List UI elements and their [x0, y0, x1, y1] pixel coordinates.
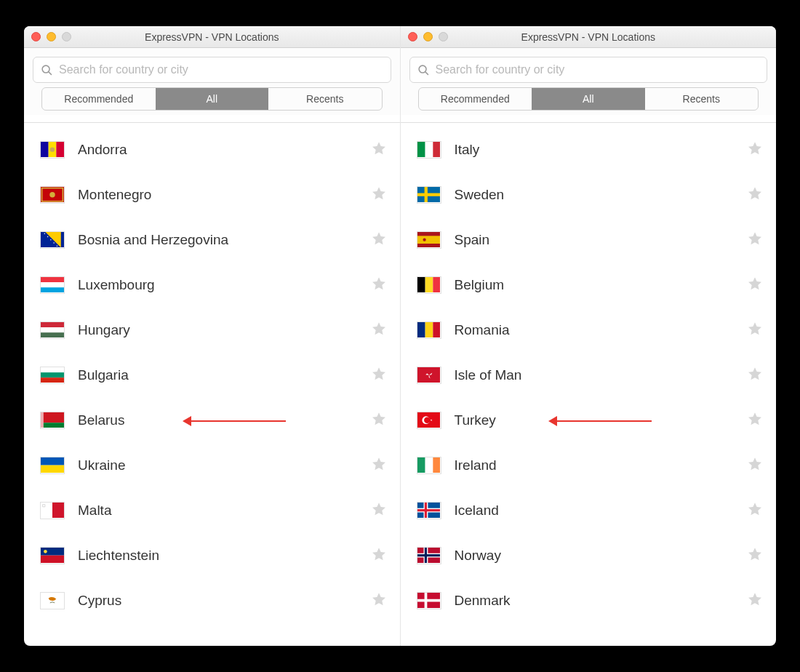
list-item[interactable]: Belarus: [24, 398, 400, 443]
favorite-star-icon[interactable]: [747, 321, 763, 340]
favorite-star-icon[interactable]: [371, 411, 387, 430]
flag-icon: [40, 276, 65, 294]
list-item[interactable]: Norway: [401, 533, 777, 578]
location-name: Romania: [455, 322, 748, 338]
list-item[interactable]: Turkey: [401, 398, 777, 443]
flag-icon: [417, 592, 441, 609]
flag-icon: [417, 367, 441, 384]
titlebar: ExpressVPN - VPN Locations: [24, 26, 400, 48]
close-icon[interactable]: [31, 32, 41, 41]
svg-rect-20: [41, 327, 64, 332]
tab-recommended[interactable]: Recommended: [419, 88, 532, 110]
svg-rect-21: [41, 332, 64, 337]
list-item[interactable]: Montenegro: [24, 172, 400, 217]
svg-rect-16: [41, 277, 64, 282]
favorite-star-icon[interactable]: [371, 591, 387, 610]
close-icon[interactable]: [408, 32, 417, 41]
search-box[interactable]: [409, 57, 768, 83]
tab-recommended[interactable]: Recommended: [42, 88, 156, 110]
tab-all[interactable]: All: [532, 88, 645, 110]
list-item[interactable]: Sweden: [401, 172, 777, 217]
tab-recents[interactable]: Recents: [645, 88, 759, 110]
minimize-icon[interactable]: [423, 32, 433, 41]
svg-rect-18: [41, 287, 64, 292]
search-wrap: Recommended All Recents: [24, 48, 400, 115]
search-input[interactable]: [436, 63, 760, 76]
tab-all[interactable]: All: [156, 88, 269, 110]
list-item[interactable]: Bulgaria: [24, 353, 400, 398]
favorite-star-icon[interactable]: [747, 501, 763, 520]
location-name: Montenegro: [78, 187, 371, 203]
list-item[interactable]: Ireland: [401, 443, 777, 488]
favorite-star-icon[interactable]: [371, 456, 387, 475]
list-item[interactable]: Belgium: [401, 263, 777, 308]
list-item[interactable]: Andorra: [24, 127, 400, 172]
favorite-star-icon[interactable]: [747, 366, 763, 385]
search-input[interactable]: [59, 63, 383, 76]
location-name: Ireland: [455, 457, 748, 473]
favorite-star-icon[interactable]: [371, 546, 387, 565]
favorite-star-icon[interactable]: [747, 456, 763, 475]
svg-rect-4: [56, 142, 64, 157]
list-item[interactable]: Luxembourg: [24, 263, 400, 308]
svg-rect-56: [433, 322, 441, 337]
favorite-star-icon[interactable]: [747, 411, 763, 430]
svg-rect-2: [41, 142, 49, 157]
location-name: Norway: [455, 548, 748, 564]
favorite-star-icon[interactable]: [747, 276, 763, 295]
svg-rect-70: [417, 509, 441, 511]
list-item[interactable]: Spain: [401, 217, 777, 263]
flag-icon: [40, 592, 65, 609]
list-item[interactable]: Bosnia and Herzegovina: [24, 217, 400, 263]
window-title: ExpressVPN - VPN Locations: [401, 31, 777, 43]
list-item[interactable]: Denmark: [401, 578, 777, 623]
list-item[interactable]: Hungary: [24, 308, 400, 353]
location-list: ItalySwedenSpainBelgiumRomaniaIsle of Ma…: [401, 123, 777, 646]
favorite-star-icon[interactable]: [371, 140, 387, 159]
list-item[interactable]: Liechtenstein: [24, 533, 400, 578]
favorite-star-icon[interactable]: [747, 231, 763, 249]
zoom-icon[interactable]: [62, 32, 71, 41]
svg-point-36: [44, 550, 47, 553]
svg-line-1: [49, 71, 52, 74]
favorite-star-icon[interactable]: [747, 140, 763, 159]
svg-rect-23: [41, 372, 64, 377]
flag-icon: [40, 457, 65, 474]
list-item[interactable]: Isle of Man: [401, 353, 777, 398]
list-item[interactable]: Italy: [401, 127, 777, 172]
search-box[interactable]: [33, 57, 391, 83]
favorite-star-icon[interactable]: [371, 366, 387, 385]
minimize-icon[interactable]: [47, 32, 56, 41]
location-name: Belarus: [78, 412, 371, 428]
favorite-star-icon[interactable]: [371, 501, 387, 520]
search-icon: [417, 64, 430, 76]
pane-left: ExpressVPN - VPN Locations Recommended A…: [24, 26, 401, 646]
favorite-star-icon[interactable]: [371, 276, 387, 295]
flag-icon: [40, 231, 65, 249]
svg-rect-28: [41, 412, 44, 428]
svg-line-39: [425, 71, 428, 74]
list-item[interactable]: Iceland: [401, 488, 777, 533]
list-item[interactable]: Ukraine: [24, 443, 400, 488]
svg-rect-49: [417, 236, 441, 244]
list-item[interactable]: Malta: [24, 488, 400, 533]
svg-point-13: [50, 239, 51, 240]
location-name: Liechtenstein: [78, 548, 371, 564]
dual-window: ExpressVPN - VPN Locations Recommended A…: [24, 26, 776, 646]
list-item[interactable]: Romania: [401, 308, 777, 353]
zoom-icon[interactable]: [439, 32, 448, 41]
favorite-star-icon[interactable]: [371, 231, 387, 249]
favorite-star-icon[interactable]: [371, 185, 387, 204]
favorite-star-icon[interactable]: [747, 185, 763, 204]
list-item[interactable]: Cyprus: [24, 578, 400, 623]
favorite-star-icon[interactable]: [371, 321, 387, 340]
favorite-star-icon[interactable]: [747, 591, 763, 610]
svg-rect-33: [52, 503, 64, 518]
svg-point-38: [419, 65, 426, 73]
flag-icon: [40, 412, 65, 429]
favorite-star-icon[interactable]: [747, 546, 763, 565]
flag-icon: [40, 186, 65, 204]
tab-recents[interactable]: Recents: [268, 88, 382, 110]
search-icon: [41, 64, 53, 76]
svg-point-15: [57, 245, 57, 246]
